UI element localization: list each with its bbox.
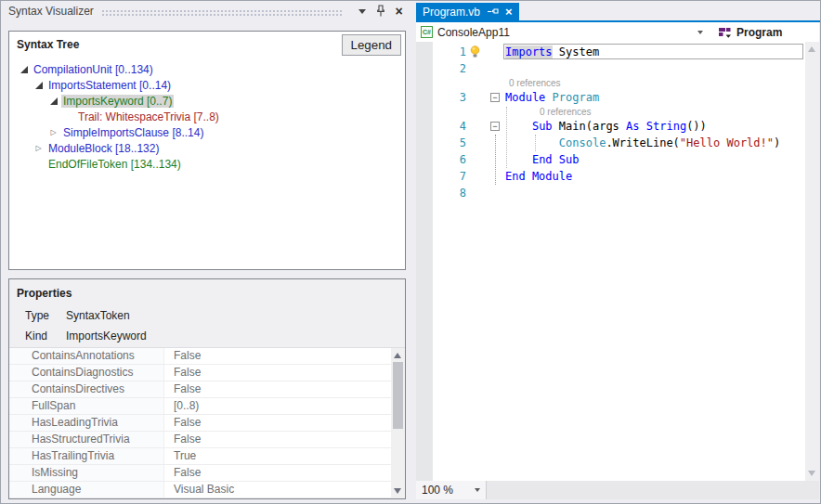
member-name: Program — [736, 26, 782, 39]
collapse-region-button[interactable]: − — [490, 93, 500, 102]
syntax-tree-list: CompilationUnit [0..134)ImportsStatement… — [9, 58, 405, 172]
member-dropdown[interactable]: Program — [710, 26, 782, 39]
close-button[interactable]: × — [391, 4, 407, 19]
scroll-down-icon[interactable] — [394, 488, 401, 494]
property-row[interactable]: HasTrailingTriviaTrue — [9, 448, 405, 465]
tree-node-label: SimpleImportsClause [8..14) — [61, 126, 205, 139]
code-line-4[interactable]: 4− Sub Main(args As String()) — [416, 118, 805, 135]
scroll-up-icon[interactable] — [808, 46, 815, 52]
properties-title: Properties — [17, 287, 72, 300]
codelens-references[interactable]: 0 references — [416, 77, 805, 89]
syntax-tree-title: Syntax Tree — [17, 38, 79, 51]
property-name: HasLeadingTrivia — [9, 415, 164, 431]
tree-node[interactable]: ImportsStatement [0..14) — [9, 77, 405, 93]
code-line-7[interactable]: 7End Module — [416, 168, 805, 185]
property-row[interactable]: LanguageVisual Basic — [9, 482, 405, 498]
code-line-2[interactable]: 2 — [416, 60, 805, 77]
dropdown-arrow-icon — [475, 488, 480, 492]
tab-pin-icon[interactable] — [487, 6, 499, 17]
tree-node[interactable]: ▷ModuleBlock [18..132) — [9, 140, 405, 156]
property-value: True — [164, 448, 196, 464]
lightbulb-icon[interactable] — [470, 45, 480, 61]
collapsed-triangle-icon[interactable]: ▷ — [48, 128, 59, 136]
property-grid: ContainsAnnotationsFalseContainsDiagnost… — [9, 347, 405, 498]
line-number: 6 — [433, 151, 466, 168]
property-value: False — [164, 365, 201, 381]
pin-icon — [375, 5, 386, 18]
line-number: 5 — [433, 135, 466, 151]
collapsed-triangle-icon[interactable]: ▷ — [33, 144, 44, 152]
module-icon — [718, 26, 732, 38]
chevron-down-icon — [358, 9, 366, 14]
window-menu-button[interactable] — [354, 4, 370, 19]
property-value: False — [164, 348, 201, 364]
app-window: Syntax Visualizer × Syntax Tree Legend C… — [0, 0, 821, 504]
project-icon: C# — [421, 26, 433, 38]
code-line-1[interactable]: 1Imports System — [416, 44, 805, 60]
legend-button[interactable]: Legend — [342, 34, 401, 56]
summary-label: Kind — [25, 330, 59, 342]
scroll-up-icon[interactable] — [394, 353, 401, 358]
syntax-tree-section: Syntax Tree Legend CompilationUnit [0..1… — [8, 31, 406, 270]
property-row[interactable]: ContainsDiagnosticsFalse — [9, 365, 405, 381]
property-grid-rows: ContainsAnnotationsFalseContainsDiagnost… — [9, 348, 405, 498]
line-number: 8 — [433, 185, 466, 201]
code-editor[interactable]: 1Imports System20 references3−Module Pro… — [416, 42, 805, 481]
scroll-down-icon[interactable] — [808, 471, 815, 476]
titlebar-drag-texture — [101, 9, 344, 16]
code-line-3[interactable]: 3−Module Program — [416, 89, 805, 106]
code-line-6[interactable]: 6 End Sub — [416, 151, 805, 168]
properties-section: Properties TypeSyntaxTokenKindImportsKey… — [8, 278, 406, 499]
property-name: FullSpan — [9, 398, 164, 414]
document-tab[interactable]: Program.vb × — [416, 3, 519, 20]
expanded-triangle-icon[interactable] — [33, 82, 44, 89]
pin-button[interactable] — [372, 4, 388, 19]
codelens-references[interactable]: 0 references — [416, 106, 805, 118]
tree-node-label: ModuleBlock [18..132) — [46, 142, 161, 155]
tree-node-label: EndOfFileToken [134..134) — [46, 158, 183, 171]
property-row[interactable]: HasLeadingTriviaFalse — [9, 415, 405, 432]
properties-summary: TypeSyntaxTokenKindImportsKeyword — [9, 305, 405, 346]
summary-value: ImportsKeyword — [59, 330, 147, 342]
zoom-level-value: 100 % — [422, 484, 453, 497]
project-dropdown[interactable]: C# ConsoleApp11 — [416, 26, 710, 39]
tree-node[interactable]: ImportsKeyword [0..7) — [9, 93, 405, 109]
tree-node-label: ImportsStatement [0..14) — [46, 79, 173, 92]
editor-vertical-scrollbar[interactable] — [805, 42, 819, 481]
code-line-5[interactable]: 5 Console.WriteLine("Hello World!") — [416, 135, 805, 151]
project-name: ConsoleApp11 — [437, 26, 510, 39]
tree-node[interactable]: EndOfFileToken [134..134) — [9, 156, 405, 172]
property-row[interactable]: IsMissingFalse — [9, 465, 405, 482]
scrollbar-thumb[interactable] — [393, 362, 403, 429]
zoom-level-dropdown[interactable]: 100 % — [416, 481, 487, 499]
property-name: HasStructuredTrivia — [9, 432, 164, 447]
property-row[interactable]: ContainsAnnotationsFalse — [9, 348, 405, 365]
property-name: ContainsDiagnostics — [9, 365, 164, 381]
tool-window-title: Syntax Visualizer — [8, 5, 94, 18]
tree-node[interactable]: ▷SimpleImportsClause [8..14) — [9, 124, 405, 140]
tree-node-label: CompilationUnit [0..134) — [32, 63, 155, 76]
property-grid-scrollbar[interactable] — [391, 348, 405, 498]
code-text: Sub Main(args As String()) — [505, 118, 707, 135]
tree-node-label: Trail: WhitespaceTrivia [7..8) — [76, 110, 221, 123]
summary-value: SyntaxToken — [59, 309, 130, 322]
tab-close-icon[interactable]: × — [505, 6, 513, 18]
property-row[interactable]: HasStructuredTriviaFalse — [9, 432, 405, 448]
tool-window-titlebar[interactable]: Syntax Visualizer × — [1, 1, 412, 21]
dropdown-arrow-icon — [697, 31, 703, 34]
code-text: Console.WriteLine("Hello World!") — [505, 135, 780, 151]
editor-pane: Program.vb × C# ConsoleApp11 — [416, 1, 820, 503]
close-icon: × — [395, 5, 402, 18]
collapse-region-button[interactable]: − — [490, 122, 500, 131]
code-lines: 1Imports System20 references3−Module Pro… — [416, 44, 805, 201]
property-row[interactable]: FullSpan[0..8) — [9, 398, 405, 415]
tree-node[interactable]: CompilationUnit [0..134) — [9, 61, 405, 77]
line-number: 3 — [433, 89, 466, 106]
code-line-8[interactable]: 8 — [416, 185, 805, 201]
tree-node-label: ImportsKeyword [0..7) — [61, 95, 174, 108]
expanded-triangle-icon[interactable] — [19, 66, 29, 73]
expanded-triangle-icon[interactable] — [48, 97, 59, 105]
property-row[interactable]: ContainsDirectivesFalse — [9, 381, 405, 398]
tree-node[interactable]: Trail: WhitespaceTrivia [7..8) — [9, 109, 405, 124]
editor-bottom-bar: 100 % — [416, 481, 819, 499]
